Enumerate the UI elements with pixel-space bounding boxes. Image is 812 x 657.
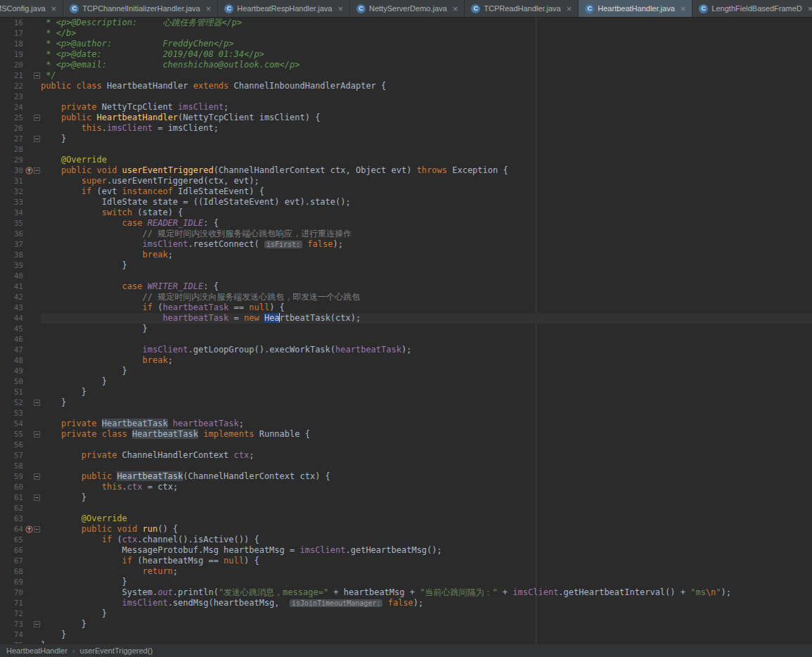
gutter[interactable]: 32 xyxy=(0,186,41,197)
gutter[interactable]: 49 xyxy=(0,366,41,376)
gutter[interactable]: 74 xyxy=(0,630,41,640)
code-line-44[interactable]: 44 heartbeatTask = new HeartbeatTask(ctx… xyxy=(0,313,812,324)
code-line-64[interactable]: 64− public void run() { xyxy=(0,524,812,535)
gutter[interactable]: 70 xyxy=(0,587,41,598)
code-line-45[interactable]: 45 } xyxy=(0,324,812,334)
gutter[interactable]: 28 xyxy=(0,144,41,155)
gutter[interactable]: 44 xyxy=(0,313,41,324)
close-icon[interactable]: × xyxy=(51,4,57,13)
code-line-36[interactable]: 36 // 规定时间内没收到服务端心跳包响应，进行重连操作 xyxy=(0,229,812,239)
code-line-32[interactable]: 32 if (evt instanceof IdleStateEvent) { xyxy=(0,186,812,197)
code-line-31[interactable]: 31 super.userEventTriggered(ctx, evt); xyxy=(0,176,812,186)
gutter[interactable]: 69 xyxy=(0,577,41,587)
gutter[interactable]: 47 xyxy=(0,345,41,355)
gutter[interactable]: 71 xyxy=(0,598,41,608)
code-line-65[interactable]: 65 if (ctx.channel().isActive()) { xyxy=(0,535,812,545)
code-line-39[interactable]: 39 } xyxy=(0,260,812,271)
gutter[interactable]: 54 xyxy=(0,419,41,429)
gutter[interactable]: 37 xyxy=(0,239,41,250)
gutter[interactable]: 73− xyxy=(0,619,41,630)
fold-marker-icon[interactable]: − xyxy=(34,526,40,532)
fold-marker-icon[interactable]: − xyxy=(34,136,40,142)
gutter[interactable]: 63 xyxy=(0,514,41,524)
fold-marker-icon[interactable]: − xyxy=(34,115,40,121)
gutter[interactable]: 42 xyxy=(0,292,41,302)
gutter[interactable]: 34 xyxy=(0,208,41,218)
close-icon[interactable]: × xyxy=(567,4,572,13)
gutter[interactable]: 36 xyxy=(0,229,41,239)
gutter[interactable]: 24 xyxy=(0,102,41,113)
gutter[interactable]: 18 xyxy=(0,39,41,49)
gutter[interactable]: 19 xyxy=(0,49,41,60)
gutter[interactable]: 23 xyxy=(0,91,41,102)
code-line-35[interactable]: 35 case READER_IDLE: { xyxy=(0,218,812,229)
close-icon[interactable]: × xyxy=(681,4,686,13)
code-line-50[interactable]: 50 } xyxy=(0,376,812,387)
code-line-16[interactable]: 16 * <p>@Description: 心跳任务管理器</p> xyxy=(0,18,812,28)
editor[interactable]: 16 * <p>@Description: 心跳任务管理器</p>17 * </… xyxy=(0,18,812,644)
code-line-67[interactable]: 67 if (heartbeatMsg == null) { xyxy=(0,556,812,566)
gutter[interactable]: 40 xyxy=(0,271,41,281)
tab-heartbeatresphandler-java[interactable]: CHeartbeatRespHandler.java× xyxy=(218,0,350,17)
fold-marker-icon[interactable]: − xyxy=(34,167,40,174)
close-icon[interactable]: × xyxy=(337,4,343,13)
gutter[interactable]: 50 xyxy=(0,376,41,387)
gutter[interactable]: 56 xyxy=(0,440,41,450)
gutter[interactable]: 51 xyxy=(0,387,41,397)
overriding-method-icon[interactable] xyxy=(25,525,33,533)
tab-heartbeathandler-java[interactable]: CHeartbeatHandler.java× xyxy=(579,0,692,17)
gutter[interactable]: 41 xyxy=(0,281,41,292)
code-line-23[interactable]: 23 xyxy=(0,91,812,102)
gutter[interactable]: 30− xyxy=(0,165,41,176)
code-line-75[interactable]: 75} xyxy=(0,640,812,644)
code-line-52[interactable]: 52− } xyxy=(0,397,812,408)
fold-marker-icon[interactable]: − xyxy=(34,621,40,627)
code-line-27[interactable]: 27− } xyxy=(0,134,812,144)
gutter[interactable]: 72 xyxy=(0,608,41,619)
close-icon[interactable]: × xyxy=(808,4,812,13)
code-line-34[interactable]: 34 switch (state) { xyxy=(0,208,812,218)
code-line-74[interactable]: 74 } xyxy=(0,630,812,640)
gutter[interactable]: 45 xyxy=(0,324,41,334)
gutter[interactable]: 20 xyxy=(0,60,41,70)
code-line-21[interactable]: 21− */ xyxy=(0,70,812,81)
close-icon[interactable]: × xyxy=(453,4,458,13)
code-line-28[interactable]: 28 xyxy=(0,144,812,155)
gutter[interactable]: 62 xyxy=(0,503,41,514)
code-line-26[interactable]: 26 this.imsClient = imsClient; xyxy=(0,123,812,134)
gutter[interactable]: 68 xyxy=(0,566,41,577)
tab-msconfig-java[interactable]: CMSConfig.java× xyxy=(0,0,63,17)
gutter[interactable]: 27− xyxy=(0,134,41,144)
gutter[interactable]: 16 xyxy=(0,18,41,28)
code-line-73[interactable]: 73− } xyxy=(0,619,812,630)
code-line-40[interactable]: 40 xyxy=(0,271,812,281)
code-line-49[interactable]: 49 } xyxy=(0,366,812,376)
gutter[interactable]: 26 xyxy=(0,123,41,134)
code-line-54[interactable]: 54 private HeartbeatTask heartbeatTask; xyxy=(0,419,812,429)
gutter[interactable]: 67 xyxy=(0,556,41,566)
code-line-41[interactable]: 41 case WRITER_IDLE: { xyxy=(0,281,812,292)
gutter[interactable]: 31 xyxy=(0,176,41,186)
code-line-20[interactable]: 20 * <p>@email: chenshichao@outlook.com<… xyxy=(0,60,812,70)
code-line-38[interactable]: 38 break; xyxy=(0,250,812,260)
code-line-66[interactable]: 66 MessageProtobuf.Msg heartbeatMsg = im… xyxy=(0,545,812,556)
gutter[interactable]: 17 xyxy=(0,28,41,39)
code-line-43[interactable]: 43 if (heartbeatTask == null) { xyxy=(0,302,812,313)
gutter[interactable]: 25− xyxy=(0,113,41,123)
gutter[interactable]: 64− xyxy=(0,524,41,535)
code-line-53[interactable]: 53 xyxy=(0,408,812,419)
code-line-48[interactable]: 48 break; xyxy=(0,355,812,366)
breadcrumb-class[interactable]: HeartbeatHandler xyxy=(6,646,67,655)
code-line-56[interactable]: 56 xyxy=(0,440,812,450)
code-line-59[interactable]: 59− public HeartbeatTask(ChannelHandlerC… xyxy=(0,471,812,482)
breadcrumb-method[interactable]: userEventTriggered() xyxy=(80,646,153,655)
code-line-22[interactable]: 22public class HeartbeatHandler extends … xyxy=(0,81,812,91)
gutter[interactable]: 53 xyxy=(0,408,41,419)
close-icon[interactable]: × xyxy=(206,4,212,13)
gutter[interactable]: 59− xyxy=(0,471,41,482)
code-line-70[interactable]: 70 System.out.println("发送心跳消息，message=" … xyxy=(0,587,812,598)
code-line-72[interactable]: 72 } xyxy=(0,608,812,619)
fold-marker-icon[interactable]: − xyxy=(34,473,40,480)
gutter[interactable]: 55− xyxy=(0,429,41,440)
gutter[interactable]: 39 xyxy=(0,260,41,271)
